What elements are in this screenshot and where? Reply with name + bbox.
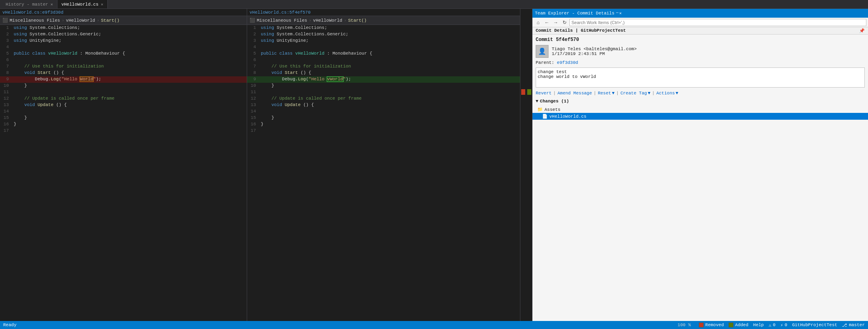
git-warnings-indicator: ⚡ 0 (780, 323, 787, 328)
te-section-header: Commit Details | GitHubProjectTest 📌 (532, 27, 868, 35)
line-row: 5public class vHelloWorld : MonoBehaviou… (247, 51, 520, 57)
te-create-tag-label: Create Tag (620, 91, 647, 96)
te-pin-icon[interactable]: 📌 (859, 28, 865, 33)
te-close-btn[interactable]: ✕ (619, 11, 622, 16)
line-row: 10 } (247, 83, 520, 89)
tree-item-assets[interactable]: 📁 Assets (532, 106, 868, 113)
te-reset-dropdown[interactable]: Reset ▼ (598, 91, 615, 96)
line-row: 6 (0, 57, 247, 63)
te-create-tag-dropdown[interactable]: Create Tag ▼ (620, 91, 651, 96)
help-link[interactable]: Help (753, 323, 764, 327)
te-forward-button[interactable]: → (552, 18, 560, 27)
middle-editor-header: ⬛ Miscellaneous Files › vHelloWorld › St… (247, 16, 520, 25)
te-commit-msg-line-3: change world to vWorld (538, 74, 863, 79)
te-changes-tree: 📁 Assets 📄 vHelloWorld.cs (532, 104, 868, 321)
line-row: 4 (247, 44, 520, 51)
git-errors-indicator: ⚠ 0 (769, 323, 776, 328)
te-refresh-button[interactable]: ↻ (561, 18, 569, 27)
te-actions-chevron-icon: ▼ (676, 91, 678, 96)
git-warnings-count: 0 (785, 323, 788, 327)
diff-removed-marker (521, 89, 525, 95)
line-row: 12 // Update is called once per frame (0, 96, 247, 102)
tab-group: History - master ✕ vHelloWorld.cs ✕ (2, 0, 108, 8)
te-parent-row: Parent: e9f3d30d (532, 59, 868, 66)
legend-added-label: Added (735, 323, 748, 327)
tab-close-icon[interactable]: ✕ (51, 2, 53, 7)
diff-added-marker (527, 89, 531, 95)
te-commit-title: Commit 5f4ef570 (532, 35, 868, 43)
line-row: 15 } (247, 115, 520, 121)
legend-removed: Removed (699, 323, 724, 327)
search-work-items-input[interactable] (569, 19, 866, 26)
line-row: 12 // Update is called once per frame (247, 96, 520, 102)
te-minimize-btn[interactable]: ─ (616, 11, 618, 16)
line-row: 5public class vHelloWorld : MonoBehaviou… (0, 51, 247, 57)
tab-close-icon-2[interactable]: ✕ (101, 2, 103, 7)
left-editor-pane: vHelloWorld.cs:e9f3d30d ⬛ Miscellaneous … (0, 9, 247, 321)
line-row: 15 } (0, 115, 247, 121)
te-parent-hash-link[interactable]: e9f3d30d (557, 60, 578, 65)
title-bar: History - master ✕ vHelloWorld.cs ✕ (0, 0, 868, 9)
te-panel-title: Team Explorer - Commit Details (535, 11, 614, 16)
tree-item-vhelloworld-label: vHelloWorld.cs (549, 114, 586, 119)
status-bar-right: Ready 100 % Removed Added Help ⚠ 0 ⚡ 0 G… (674, 323, 865, 328)
status-bar: Ready Ready 100 % Removed Added Help ⚠ 0… (0, 321, 868, 329)
line-row: 8 void Start () { (247, 70, 520, 76)
middle-folder-label: Miscellaneous Files (257, 18, 307, 23)
legend-removed-label: Removed (705, 323, 724, 327)
line-row: 16} (247, 121, 520, 128)
folder-icon: 📁 (537, 107, 543, 112)
middle-file-label: vHelloWorld (313, 18, 342, 23)
te-actions-dropdown[interactable]: Actions ▼ (656, 91, 678, 96)
legend-removed-box (699, 323, 704, 327)
te-actions-label: Actions (656, 91, 675, 96)
left-folder-label: Miscellaneous Files (10, 18, 60, 23)
te-reset-chevron-icon: ▼ (612, 91, 615, 96)
warning-icon: ⚡ (780, 323, 783, 328)
te-commit-hash: Commit 5f4ef570 (536, 37, 579, 43)
te-changes-header: ▼ Changes (1) (532, 97, 868, 104)
team-explorer-panel: Team Explorer - Commit Details ─ ✕ ⌂ ← →… (532, 9, 868, 321)
git-errors-count: 0 (773, 323, 776, 327)
tree-item-assets-label: Assets (545, 107, 561, 112)
line-row: 8 void Start () { (0, 70, 247, 76)
te-avatar: 👤 (536, 45, 549, 58)
te-title-bar: Team Explorer - Commit Details ─ ✕ (532, 9, 868, 18)
line-row: 2using System.Collections.Generic; (0, 31, 247, 38)
project-name-label: GitHubProjectTest (792, 323, 837, 327)
te-expand-icon[interactable]: ▼ (536, 99, 538, 104)
te-revert-link[interactable]: Revert (536, 91, 552, 96)
line-row: 13 void Update () { (0, 102, 247, 108)
diff-indicator-pane (520, 9, 532, 321)
te-window-controls[interactable]: ─ ✕ (616, 11, 622, 16)
te-section-title: Commit Details | GitHubProjectTest (536, 28, 626, 33)
bottom-legend-left: Ready (0, 321, 20, 329)
middle-breadcrumb: vHelloWorld.cs:5f4ef570 (250, 10, 311, 15)
te-back-button[interactable]: ← (543, 18, 551, 27)
middle-code-area[interactable]: 1using System.Collections; 2using System… (247, 25, 520, 321)
branch-icon: ⎇ (842, 323, 847, 328)
tree-item-vhelloworld[interactable]: 📄 vHelloWorld.cs (532, 113, 868, 120)
te-reset-label: Reset (598, 91, 611, 96)
line-row: 1using System.Collections; (247, 25, 520, 31)
line-row: 17 (247, 128, 520, 134)
te-amend-message-link[interactable]: Amend Message (557, 91, 592, 96)
line-row: 13 void Update () { (247, 102, 520, 108)
status-ready-bottom: Ready (3, 323, 16, 327)
legend-added: Added (729, 323, 748, 327)
tab-vhelloworld[interactable]: vHelloWorld.cs ✕ (57, 0, 108, 8)
left-path-bar: vHelloWorld.cs:e9f3d30d (0, 9, 247, 16)
te-create-tag-chevron-icon: ▼ (648, 91, 651, 96)
project-name-indicator: GitHubProjectTest (792, 323, 837, 327)
te-changes-label: Changes (1) (540, 99, 569, 104)
tab-history-master[interactable]: History - master ✕ (2, 0, 57, 8)
line-row-added: 9 Debug.Log("Hello vWorld"); (247, 76, 520, 83)
line-row: 14 (247, 108, 520, 115)
left-code-area[interactable]: 1using System.Collections; 2using System… (0, 25, 247, 321)
te-commit-message-area: change test change world to vWorld (536, 67, 865, 88)
user-icon: 👤 (538, 47, 546, 55)
line-row: 1using System.Collections; (0, 25, 247, 31)
te-home-button[interactable]: ⌂ (534, 18, 542, 27)
middle-editor-pane: vHelloWorld.cs:5f4ef570 ⬛ Miscellaneous … (247, 9, 520, 321)
master-branch-label: master (849, 323, 865, 327)
